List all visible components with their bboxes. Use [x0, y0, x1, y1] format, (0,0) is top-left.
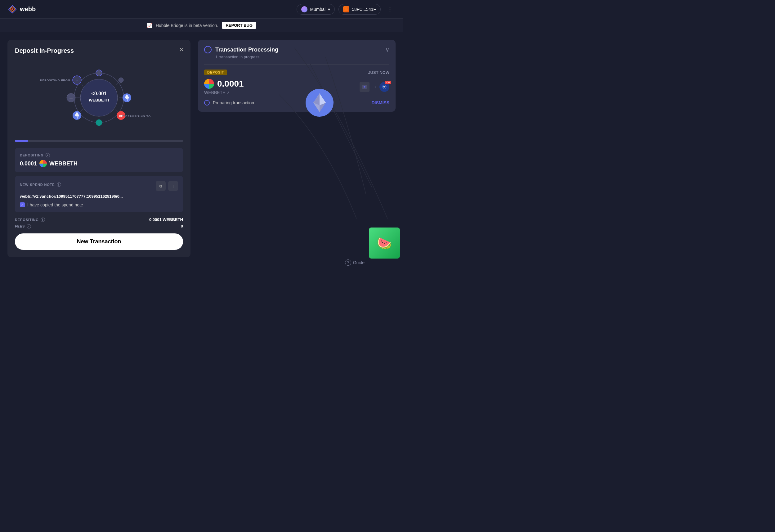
op-badge: OP — [385, 81, 391, 84]
logo: webb — [7, 4, 36, 14]
deposit-token: WEBBETH — [49, 160, 78, 167]
nft-decoration: 🍉 — [369, 227, 400, 258]
svg-line-17 — [115, 109, 118, 112]
download-spend-note-button[interactable]: ↓ — [168, 181, 178, 191]
footer-summary: DEPOSITING i 0.0001 WEBBETH FEES i 0 — [15, 217, 183, 228]
logo-icon — [7, 4, 17, 14]
progress-bar — [15, 140, 183, 142]
depositing-info-icon[interactable]: i — [46, 153, 50, 157]
spend-note-checkbox[interactable]: ✓ — [20, 202, 25, 207]
network-svg: <0.001 WEBBETH OP — [15, 60, 183, 135]
tx-route: → W OP — [359, 82, 390, 92]
dismiss-button[interactable]: DISMISS — [371, 100, 390, 105]
fees-info-icon[interactable]: i — [27, 224, 31, 228]
nft-image: 🍉 — [369, 227, 400, 258]
deposit-badge: DEPOSIT — [204, 69, 227, 75]
svg-line-29 — [79, 83, 83, 86]
network-icon — [301, 6, 307, 12]
header-right: Mumbai ▾ 58FC...541F ⋮ — [296, 4, 396, 15]
report-bug-button[interactable]: REPORT BUG — [222, 22, 256, 29]
wallet-button[interactable]: 58FC...541F — [338, 4, 381, 15]
network-visualization: <0.001 WEBBETH OP — [15, 60, 183, 135]
spend-note-value: webb://v1:vanchor/1099511707777:10995116… — [20, 194, 178, 199]
fees-summary-label: FEES i — [15, 224, 31, 228]
deposit-panel-title: Deposit In-Progress — [15, 47, 183, 54]
destination-chain-icon: W OP — [379, 82, 390, 92]
depositing-summary-label: DEPOSITING i — [15, 217, 45, 222]
svg-text:WEBBETH: WEBBETH — [89, 98, 109, 102]
guide-button[interactable]: ? Guide — [345, 259, 364, 266]
external-link-icon[interactable]: ↗ — [227, 91, 229, 95]
svg-text:<0.001: <0.001 — [91, 91, 106, 96]
new-transaction-button[interactable]: New Transaction — [15, 233, 183, 250]
depositing-summary-info-icon[interactable]: i — [41, 217, 45, 222]
right-panel: Transaction Processing ∨ 1 transaction i… — [198, 40, 396, 257]
network-button[interactable]: Mumbai ▾ — [296, 4, 335, 15]
main-content: Deposit In-Progress ✕ <0.001 WEBBETH — [0, 32, 403, 265]
preparing-status-circle — [204, 100, 210, 105]
spend-note-label: NEW SPEND NOTE i — [20, 182, 61, 187]
fees-summary-value: 0 — [181, 224, 183, 228]
spend-note-header: NEW SPEND NOTE i ⧉ ↓ — [20, 181, 178, 191]
tx-status-left: Preparing transaction — [204, 100, 254, 105]
tx-amount-block: 0.0001 WEBBETH ↗ — [204, 79, 244, 95]
close-icon: ✕ — [179, 46, 184, 53]
beta-banner: 📈 Hubble Bridge is in beta version. REPO… — [0, 19, 403, 32]
chevron-down-icon: ▾ — [328, 7, 330, 12]
tx-subtitle: 1 transaction in progress — [215, 55, 390, 59]
app-name: webb — [20, 6, 36, 13]
close-button[interactable]: ✕ — [179, 46, 184, 53]
guide-question-icon: ? — [345, 259, 351, 266]
spend-note-actions: ⧉ ↓ — [156, 181, 178, 191]
beta-banner-text: Hubble Bridge is in beta version. — [156, 23, 218, 28]
header: webb Mumbai ▾ 58FC...541F ⋮ — [0, 0, 403, 19]
depositing-summary-row: DEPOSITING i 0.0001 WEBBETH — [15, 217, 183, 222]
tx-card-title: Transaction Processing — [215, 47, 278, 53]
eth-logo-decoration — [305, 89, 333, 117]
tx-card-header: Transaction Processing ∨ — [204, 46, 390, 53]
tx-token-name: WEBBETH ↗ — [204, 90, 244, 95]
svg-text:DEPOSITING FROM: DEPOSITING FROM — [40, 79, 70, 82]
depositing-section: DEPOSITING i 0.0001 WEBBETH — [15, 148, 183, 172]
spend-note-section: NEW SPEND NOTE i ⧉ ↓ webb://v1:vanchor/1… — [15, 176, 183, 212]
deposit-amount: 0.0001 — [20, 160, 37, 167]
svg-text:∞: ∞ — [76, 78, 78, 83]
spend-note-checkbox-row: ✓ I have copied the spend note — [20, 202, 178, 207]
tx-amount: 0.0001 — [204, 79, 244, 89]
deposit-value: 0.0001 WEBBETH — [20, 160, 178, 167]
more-menu-button[interactable]: ⋮ — [384, 4, 396, 14]
svg-text:—: — — [69, 96, 73, 100]
tx-status-circle — [204, 46, 211, 53]
depositing-summary-value: 0.0001 WEBBETH — [149, 217, 183, 222]
tx-status-text: Preparing transaction — [213, 100, 254, 105]
progress-bar-fill — [15, 140, 28, 142]
svg-point-18 — [96, 119, 102, 126]
tx-status-row: Preparing transaction DISMISS — [204, 100, 390, 105]
svg-marker-1 — [344, 7, 349, 11]
tx-amount-row: 0.0001 WEBBETH ↗ → — [204, 79, 390, 95]
webbeth-icon-lg — [204, 79, 214, 89]
svg-text:W: W — [383, 86, 385, 88]
tx-amount-value: 0.0001 — [217, 79, 244, 89]
metamask-icon — [343, 6, 349, 12]
tx-divider — [204, 64, 390, 65]
tx-badge-row: DEPOSIT JUST NOW — [204, 69, 390, 75]
beta-chart-icon: 📈 — [147, 23, 152, 28]
more-icon: ⋮ — [387, 6, 393, 13]
webbeth-token-icon — [39, 160, 47, 167]
guide-label: Guide — [353, 260, 364, 265]
copy-spend-note-button[interactable]: ⧉ — [156, 181, 166, 191]
chevron-down-icon[interactable]: ∨ — [385, 46, 390, 53]
route-arrow-icon: → — [372, 84, 377, 90]
network-label: Mumbai — [310, 7, 325, 12]
wallet-address-label: 58FC...541F — [352, 7, 376, 12]
svg-text:DEPOSITING TO: DEPOSITING TO — [125, 115, 151, 118]
depositing-label: DEPOSITING i — [20, 153, 178, 157]
source-chain-icon — [359, 82, 369, 92]
svg-line-23 — [79, 109, 83, 112]
deposit-panel: Deposit In-Progress ✕ <0.001 WEBBETH — [7, 40, 190, 257]
fees-summary-row: FEES i 0 — [15, 224, 183, 228]
transaction-processing-card: Transaction Processing ∨ 1 transaction i… — [198, 40, 396, 112]
spend-note-checkbox-label: I have copied the spend note — [27, 202, 83, 207]
spend-note-info-icon[interactable]: i — [57, 182, 61, 187]
